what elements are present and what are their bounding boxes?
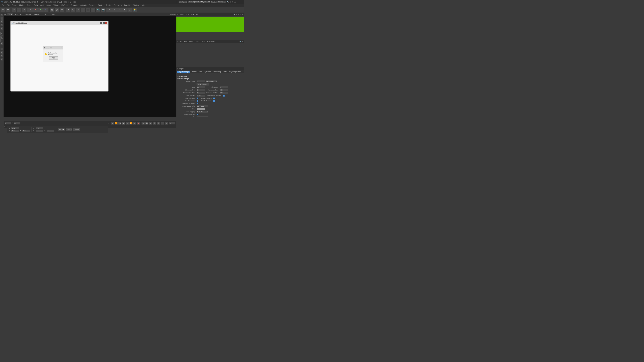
world-dropdown[interactable]: World ▾: [58, 128, 65, 131]
settings-icon[interactable]: ⚙: [232, 1, 234, 3]
menu-volume[interactable]: Volume: [52, 4, 60, 6]
layout-select[interactable]: Startup: [217, 1, 226, 3]
tool-material[interactable]: $: [0, 32, 3, 35]
toolbar-prim6[interactable]: ⊕: [91, 7, 96, 12]
toolbar-render[interactable]: ▶: [122, 7, 127, 12]
y-pos-field[interactable]: 0 cm: [11, 130, 19, 132]
node-space-select[interactable]: Current (Standard/Physical): [188, 1, 210, 3]
toolbar-undo[interactable]: ↩: [1, 7, 5, 12]
toolbar-obj2[interactable]: ◎: [54, 7, 59, 12]
tool-move[interactable]: ✛: [0, 17, 3, 20]
current-frame-field[interactable]: 0 F: [5, 122, 11, 124]
right-tab-mode[interactable]: Mode: [178, 13, 184, 15]
tl-prev-key-btn[interactable]: ⏪: [114, 122, 118, 125]
toolbar-prim4[interactable]: ▲: [81, 7, 86, 12]
menu-edit[interactable]: Edit: [6, 4, 10, 6]
tool-rotate[interactable]: ↺: [0, 20, 3, 23]
tl-extra5[interactable]: ◎: [157, 122, 160, 125]
menu-render[interactable]: Render: [105, 4, 112, 6]
tool-paint[interactable]: 🖌: [0, 51, 3, 54]
menu-tracker[interactable]: Tracker: [97, 4, 104, 6]
fps-value[interactable]: 30: [196, 86, 205, 88]
z-pos-field[interactable]: 0 cm: [22, 130, 30, 132]
tool-scale[interactable]: ⤡: [0, 23, 3, 26]
toolbar-scale[interactable]: ⤡: [17, 7, 22, 12]
tool-brush[interactable]: ✏: [0, 48, 3, 51]
x-pos-field[interactable]: 0 cm: [11, 127, 19, 129]
h-size-field[interactable]: 0 cm: [36, 127, 44, 129]
rp-filter-icon[interactable]: ▼: [236, 13, 238, 15]
lod-value[interactable]: 100 %: [196, 94, 205, 97]
end-frame-display[interactable]: 90 F: [169, 122, 175, 124]
scale-project-btn[interactable]: Scale Project...: [196, 83, 209, 85]
search-icon[interactable]: 🔍: [227, 1, 229, 3]
toolbar-deform1[interactable]: ∿: [107, 7, 112, 12]
qs-maximize[interactable]: □: [103, 22, 105, 24]
preview-min-value[interactable]: 0 F: [196, 92, 205, 94]
attr-tab-cineware[interactable]: Cineware: [190, 71, 198, 73]
project-scale-unit[interactable]: Centimeters ▾: [206, 80, 217, 83]
menu-tools[interactable]: Tools: [33, 4, 38, 6]
menu-select[interactable]: Select: [26, 4, 32, 6]
viewport-menu-icon[interactable]: ⊞: [4, 13, 6, 15]
toolbar-x[interactable]: X: [33, 7, 38, 12]
toolbar-prim3[interactable]: ●: [76, 7, 80, 12]
b-field[interactable]: 0: [47, 130, 54, 132]
toolbar-renderall[interactable]: ⊡: [127, 7, 132, 12]
project-scale-value[interactable]: 1: [196, 80, 205, 83]
viewport-tab-display[interactable]: Display: [24, 13, 32, 15]
toolbar-prim2[interactable]: ⬡: [71, 7, 76, 12]
toolbar-prim1[interactable]: ◆: [66, 7, 70, 12]
obj-tab-file[interactable]: File: [178, 40, 183, 42]
menu-animate[interactable]: Animate: [80, 4, 88, 6]
tool-bottom[interactable]: ⚙: [0, 58, 3, 61]
tl-extra6[interactable]: ⋯: [161, 122, 164, 125]
error-ok-button[interactable]: 확인: [49, 56, 58, 59]
project-time-value[interactable]: 0 F: [220, 86, 228, 88]
end-frame-field[interactable]: 0 F: [14, 122, 20, 124]
tool-deform[interactable]: ⊗: [0, 42, 3, 45]
color-swatch[interactable]: [196, 108, 205, 110]
rp-icon4[interactable]: ⊡: [240, 13, 242, 15]
tl-first-btn[interactable]: ⏮: [111, 122, 114, 125]
toolbar-prim5[interactable]: ⬛: [86, 7, 90, 12]
obj-tab-object[interactable]: Object: [194, 40, 200, 42]
use-animation-checkbox[interactable]: [196, 97, 198, 99]
viewport-canvas[interactable]: C Quick Start Dialog − □ × Cinema 4D ×: [4, 16, 176, 117]
viewport-tab-panel[interactable]: Panel: [49, 13, 56, 15]
toolbar-y[interactable]: Y: [38, 7, 43, 12]
toolbar-deform2[interactable]: ⌇: [112, 7, 117, 12]
attr-tab-referencing[interactable]: Referencing: [212, 71, 222, 73]
obj-tab-edit[interactable]: Edit: [184, 40, 188, 42]
obj-tab-view[interactable]: View: [188, 40, 193, 42]
toolbar-deform3[interactable]: ⊾: [117, 7, 122, 12]
tl-next-frame-btn[interactable]: ▶: [126, 122, 129, 125]
menu-mesh[interactable]: Mesh: [39, 4, 45, 6]
tool-material2[interactable]: $: [0, 35, 3, 38]
obj-search-icon[interactable]: 🔍: [240, 41, 241, 42]
scale-dropdown[interactable]: Scale ▾: [66, 128, 72, 131]
menu-create[interactable]: Create: [11, 4, 18, 6]
menu-help[interactable]: Help: [140, 4, 146, 6]
menu-character[interactable]: Character: [70, 4, 79, 6]
viewport-tab-options[interactable]: Options: [33, 13, 42, 15]
min-time-value[interactable]: 0 F: [196, 89, 205, 91]
tl-next-key-btn[interactable]: ⏩: [129, 122, 133, 125]
toolbar-move[interactable]: ✛: [12, 7, 16, 12]
obj-tab-tags[interactable]: Tags: [201, 40, 206, 42]
preview-max-value[interactable]: 90 F: [220, 92, 228, 94]
attr-tab-project-settings[interactable]: Project Settings: [177, 71, 190, 73]
use-deformers-checkbox[interactable]: [213, 100, 215, 102]
tl-last-btn[interactable]: ⏭: [133, 122, 136, 125]
obj-filter-icon[interactable]: ▼: [242, 41, 244, 42]
toolbar-obj3[interactable]: ⊗: [60, 7, 64, 12]
max-time-value[interactable]: 90 F: [220, 89, 228, 91]
right-tab-userdata[interactable]: User Data: [190, 13, 199, 15]
render-lod-checkbox[interactable]: [223, 95, 225, 97]
toolbar-prim8[interactable]: 📷: [101, 7, 106, 12]
tl-play-btn[interactable]: ▶: [122, 122, 125, 125]
tl-record-btn[interactable]: ⏺: [137, 122, 140, 125]
use-expression-checkbox[interactable]: [213, 97, 215, 99]
menu-simulate[interactable]: Simulate: [88, 4, 96, 6]
attr-tab-keyinterp[interactable]: Key Interpolation: [228, 71, 242, 73]
